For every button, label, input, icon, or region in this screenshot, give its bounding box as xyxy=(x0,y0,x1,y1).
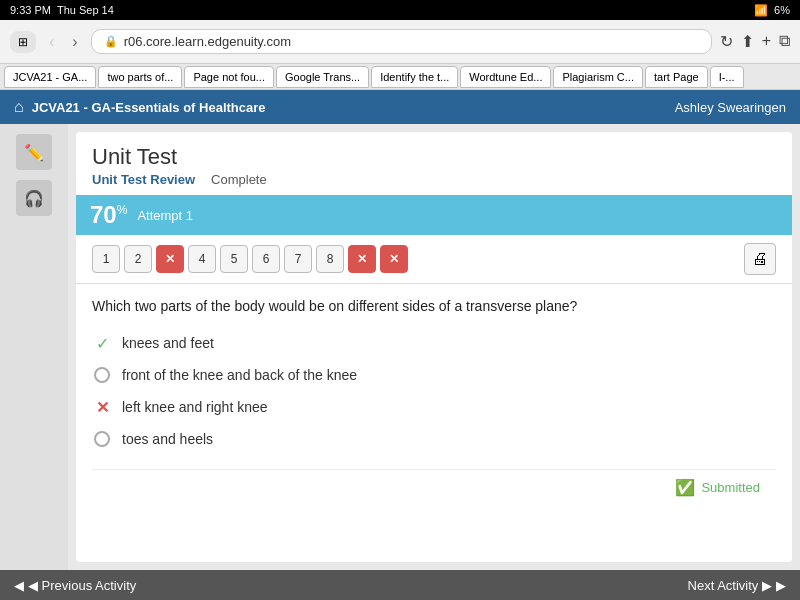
left-sidebar: ✏️ 🎧 xyxy=(0,124,68,570)
question-nav: 1 2 ✕ 4 5 6 7 8 ✕ ✕ 🖨 xyxy=(76,243,792,283)
pencil-icon[interactable]: ✏️ xyxy=(16,134,52,170)
status-indicators: 📶 6% xyxy=(754,4,790,17)
page-main-title: Unit Test xyxy=(92,144,776,170)
home-icon[interactable]: ⌂ xyxy=(14,98,24,116)
attempt-label: Attempt 1 xyxy=(137,208,193,223)
header-left: ⌂ JCVA21 - GA-Essentials of Healthcare xyxy=(14,98,266,116)
choice-label-2: front of the knee and back of the knee xyxy=(122,367,357,383)
choice-label-3: left knee and right knee xyxy=(122,399,268,415)
headphone-icon[interactable]: 🎧 xyxy=(16,180,52,216)
content-panel: Unit Test Unit Test Review Complete 70% … xyxy=(76,132,792,562)
course-title: JCVA21 - GA-Essentials of Healthcare xyxy=(32,100,266,115)
xmark-icon: ✕ xyxy=(96,398,109,417)
question-text: Which two parts of the body would be on … xyxy=(92,296,776,317)
q-btn-6[interactable]: 6 xyxy=(252,245,280,273)
tab-plagiarism[interactable]: Plagiarism C... xyxy=(553,66,643,88)
address-bar[interactable]: 🔒 r06.core.learn.edgenuity.com xyxy=(91,29,712,54)
share-icon[interactable]: ⬆ xyxy=(741,32,754,51)
checkmark-icon: ✓ xyxy=(96,334,109,353)
score-percent: 70% xyxy=(90,201,127,229)
tab-identify[interactable]: Identify the t... xyxy=(371,66,458,88)
choice-indicator-2 xyxy=(92,365,112,385)
url-text: r06.core.learn.edgenuity.com xyxy=(124,34,291,49)
q-btn-7[interactable]: 7 xyxy=(284,245,312,273)
score-bar: 70% Attempt 1 xyxy=(76,195,792,235)
time-display: 9:33 PM xyxy=(10,4,51,16)
date-display: Thu Sep 14 xyxy=(57,4,114,16)
q-btn-4[interactable]: 4 xyxy=(188,245,216,273)
tab-twoparts[interactable]: two parts of... xyxy=(98,66,182,88)
app-header: ⌂ JCVA21 - GA-Essentials of Healthcare A… xyxy=(0,90,800,124)
choice-label-4: toes and heels xyxy=(122,431,213,447)
q-btn-5[interactable]: 5 xyxy=(220,245,248,273)
page-title-area: Unit Test Unit Test Review Complete xyxy=(76,132,792,187)
tab-switcher-button[interactable]: ⊞ xyxy=(10,31,36,53)
battery-display: 6% xyxy=(774,4,790,16)
choice-indicator-3: ✕ xyxy=(92,397,112,417)
tab-googletrans[interactable]: Google Trans... xyxy=(276,66,369,88)
browser-chrome: ⊞ ‹ › 🔒 r06.core.learn.edgenuity.com ↻ ⬆… xyxy=(0,20,800,64)
status-time: 9:33 PM Thu Sep 14 xyxy=(10,4,114,16)
answer-choice-1: ✓ knees and feet xyxy=(92,333,776,353)
radio-empty-icon-2 xyxy=(94,367,110,383)
submitted-check-icon: ✅ xyxy=(675,478,695,497)
next-arrow-icon: ▶ xyxy=(776,578,786,593)
q-btn-8[interactable]: 8 xyxy=(316,245,344,273)
reload-icon[interactable]: ↻ xyxy=(720,32,733,51)
tab-pagenotfound[interactable]: Page not fou... xyxy=(184,66,274,88)
back-button[interactable]: ‹ xyxy=(44,31,59,53)
answer-choice-3: ✕ left knee and right knee xyxy=(92,397,776,417)
tab-wordtune[interactable]: Wordtune Ed... xyxy=(460,66,551,88)
browser-actions: ↻ ⬆ + ⧉ xyxy=(720,32,790,51)
next-activity-button[interactable]: Next Activity ▶ ▶ xyxy=(688,578,786,593)
page-subtitle: Unit Test Review xyxy=(92,172,195,187)
q-btn-3[interactable]: ✕ xyxy=(156,245,184,273)
tab-start[interactable]: tart Page xyxy=(645,66,708,88)
prev-arrow-icon: ◀ xyxy=(14,578,24,593)
user-name: Ashley Swearingen xyxy=(675,100,786,115)
print-button[interactable]: 🖨 xyxy=(744,243,776,275)
radio-empty-icon-4 xyxy=(94,431,110,447)
page-subtitle-row: Unit Test Review Complete xyxy=(92,172,776,187)
main-area: ✏️ 🎧 Unit Test Unit Test Review Complete… xyxy=(0,124,800,570)
submitted-label: Submitted xyxy=(701,480,760,495)
q-btn-10[interactable]: ✕ xyxy=(380,245,408,273)
q-btn-1[interactable]: 1 xyxy=(92,245,120,273)
status-complete: Complete xyxy=(211,172,267,187)
tabs-icon[interactable]: ⧉ xyxy=(779,32,790,51)
tab-jcva21[interactable]: JCVA21 - GA... xyxy=(4,66,96,88)
bottom-bar: ◀ ◀ Previous Activity Next Activity ▶ ▶ xyxy=(0,570,800,600)
wifi-icon: 📶 xyxy=(754,4,768,17)
divider xyxy=(76,283,792,284)
answer-choice-4: toes and heels xyxy=(92,429,776,449)
q-btn-9[interactable]: ✕ xyxy=(348,245,376,273)
tab-i[interactable]: I-... xyxy=(710,66,744,88)
prev-activity-button[interactable]: ◀ ◀ Previous Activity xyxy=(14,578,136,593)
choice-indicator-1: ✓ xyxy=(92,333,112,353)
choice-label-1: knees and feet xyxy=(122,335,214,351)
submitted-row: ✅ Submitted xyxy=(92,469,776,505)
status-bar: 9:33 PM Thu Sep 14 📶 6% xyxy=(0,0,800,20)
forward-button[interactable]: › xyxy=(67,31,82,53)
choice-indicator-4 xyxy=(92,429,112,449)
tabs-strip: JCVA21 - GA... two parts of... Page not … xyxy=(0,64,800,90)
answer-choice-2: front of the knee and back of the knee xyxy=(92,365,776,385)
q-btn-2[interactable]: 2 xyxy=(124,245,152,273)
lock-icon: 🔒 xyxy=(104,35,118,48)
question-area: Which two parts of the body would be on … xyxy=(76,296,792,521)
new-tab-icon[interactable]: + xyxy=(762,32,771,51)
